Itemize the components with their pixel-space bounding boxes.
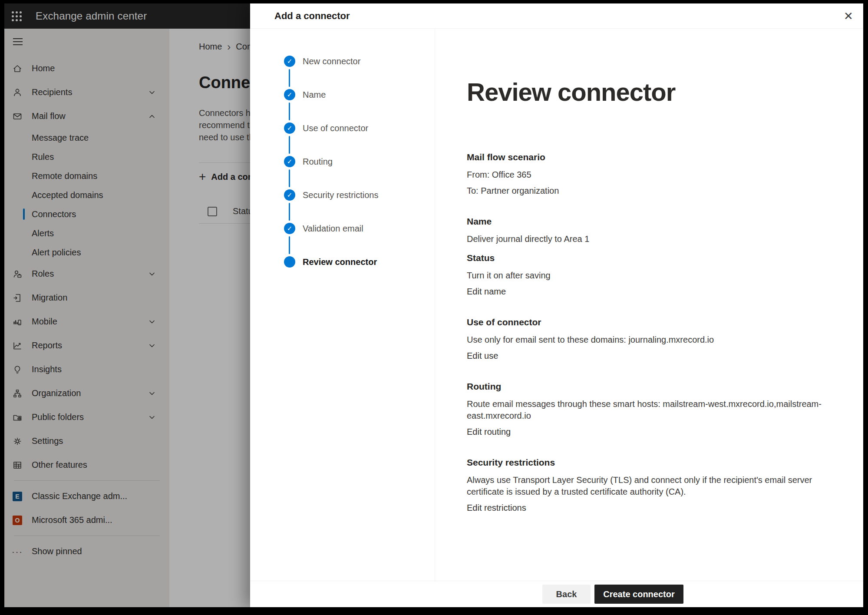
step-security-restrictions[interactable]: ✓Security restrictions bbox=[284, 189, 435, 223]
step-validation-email[interactable]: ✓Validation email bbox=[284, 223, 435, 256]
section-line: To: Partner organization bbox=[467, 185, 832, 197]
section-title: Use of connector bbox=[467, 316, 832, 328]
section-title: Mail flow scenario bbox=[467, 151, 832, 163]
section-title: Status bbox=[467, 252, 832, 264]
step-check-icon: ✓ bbox=[284, 189, 295, 201]
create-connector-button[interactable]: Create connector bbox=[594, 585, 683, 604]
step-new-connector[interactable]: ✓New connector bbox=[284, 56, 435, 89]
section-security-restrictions: Security restrictions Always use Transpo… bbox=[467, 456, 832, 514]
section-title: Security restrictions bbox=[467, 456, 832, 468]
review-panel: Review connector Mail flow scenario From… bbox=[435, 29, 832, 581]
step-routing[interactable]: ✓Routing bbox=[284, 156, 435, 189]
panel-title: Add a connector bbox=[274, 10, 350, 22]
edit-name-link[interactable]: Edit name bbox=[467, 286, 506, 298]
edit-restrictions-link[interactable]: Edit restrictions bbox=[467, 502, 526, 514]
step-review-connector[interactable]: Review connector bbox=[284, 256, 435, 290]
section-line: Always use Transport Layer Security (TLS… bbox=[467, 474, 832, 498]
app-window: Exchange admin center Home Recipients Ma… bbox=[4, 3, 863, 607]
step-name[interactable]: ✓Name bbox=[284, 89, 435, 122]
close-icon: ✕ bbox=[844, 10, 853, 23]
section-line: From: Office 365 bbox=[467, 169, 832, 181]
section-line: Route email messages through these smart… bbox=[467, 398, 832, 422]
edit-use-link[interactable]: Edit use bbox=[467, 350, 498, 362]
back-button[interactable]: Back bbox=[542, 585, 591, 604]
section-title: Name bbox=[467, 215, 832, 227]
edit-routing-link[interactable]: Edit routing bbox=[467, 426, 511, 438]
step-check-icon: ✓ bbox=[284, 56, 295, 67]
panel-footer: Back Create connector bbox=[250, 581, 863, 607]
section-line: Deliver journal directly to Area 1 bbox=[467, 233, 832, 245]
section-line: Turn it on after saving bbox=[467, 270, 832, 281]
step-use-of-connector[interactable]: ✓Use of connector bbox=[284, 122, 435, 156]
wizard-stepper: ✓New connector ✓Name ✓Use of connector ✓… bbox=[250, 29, 435, 581]
panel-header: Add a connector ✕ bbox=[250, 3, 863, 29]
review-heading: Review connector bbox=[467, 78, 832, 106]
step-check-icon: ✓ bbox=[284, 89, 295, 100]
section-status: Status Turn it on after saving Edit name bbox=[467, 252, 832, 298]
add-connector-panel: Add a connector ✕ ✓New connector ✓Name ✓… bbox=[250, 3, 863, 607]
section-mail-flow-scenario: Mail flow scenario From: Office 365 To: … bbox=[467, 151, 832, 197]
section-routing: Routing Route email messages through the… bbox=[467, 380, 832, 438]
section-name: Name Deliver journal directly to Area 1 bbox=[467, 215, 832, 245]
section-title: Routing bbox=[467, 380, 832, 392]
section-line: Use only for email sent to these domains… bbox=[467, 334, 832, 346]
step-check-icon: ✓ bbox=[284, 156, 295, 167]
close-button[interactable]: ✕ bbox=[841, 8, 856, 24]
step-check-icon: ✓ bbox=[284, 223, 295, 234]
step-current-dot bbox=[284, 256, 295, 268]
step-check-icon: ✓ bbox=[284, 122, 295, 134]
section-use-of-connector: Use of connector Use only for email sent… bbox=[467, 316, 832, 362]
